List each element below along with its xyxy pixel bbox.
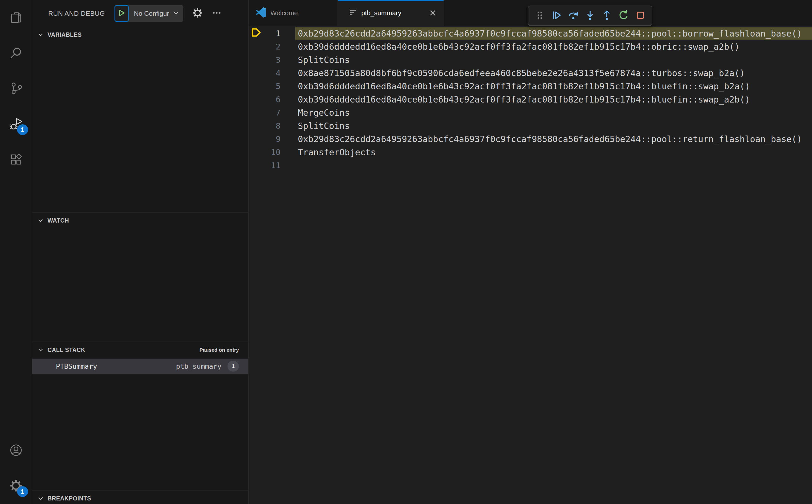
- code-editor[interactable]: 1 0xb29d83c26cdd2a64959263abbcfc4a6937f0…: [248, 26, 812, 504]
- gutter-breakpoint-area[interactable]: [248, 40, 265, 53]
- debug-configuration-dropdown[interactable]: No Configur: [128, 5, 183, 22]
- code-text: SplitCoins: [295, 119, 812, 132]
- watch-section-header[interactable]: WATCH: [32, 213, 248, 228]
- step-into-button[interactable]: [582, 6, 599, 25]
- line-number: 1: [265, 29, 280, 38]
- step-over-button[interactable]: [565, 6, 582, 25]
- breakpoints-section-header[interactable]: BREAKPOINTS: [32, 491, 248, 504]
- activity-item-source-control[interactable]: [0, 71, 32, 107]
- code-text: 0xb39d6dddedd16ed8a40ce0b1e6b43c92acf0ff…: [295, 80, 812, 93]
- gutter-breakpoint-area[interactable]: [248, 119, 265, 132]
- play-icon: [118, 9, 125, 18]
- gutter-breakpoint-area[interactable]: [248, 132, 265, 146]
- breakpoints-section-label: BREAKPOINTS: [47, 495, 91, 502]
- code-line: 2 0xb39d6dddedd16ed8a40ce0b1e6b43c92acf0…: [248, 40, 812, 53]
- close-tab-icon[interactable]: [429, 9, 437, 17]
- code-text: 0x8ae871505a80d8bf6bf9c05906cda6edfeea46…: [295, 66, 812, 80]
- code-text: 0xb39d6dddedd16ed8a40ce0b1e6b43c92acf0ff…: [295, 40, 812, 53]
- line-number: 9: [265, 134, 280, 144]
- sidebar-title: RUN AND DEBUG: [48, 10, 105, 18]
- paused-status-text: Paused on entry: [199, 347, 239, 353]
- step-out-button[interactable]: [599, 6, 615, 25]
- line-number: 10: [265, 147, 280, 157]
- code-line: 4 0x8ae871505a80d8bf6bf9c05906cda6edfeea…: [248, 66, 812, 80]
- debug-badge: 1: [17, 124, 28, 135]
- continue-button[interactable]: [548, 6, 565, 25]
- activity-item-settings[interactable]: 1: [0, 468, 32, 504]
- activity-item-explorer[interactable]: [0, 0, 32, 36]
- restart-icon: [618, 10, 629, 22]
- sidebar-header: RUN AND DEBUG No Configur: [32, 0, 248, 27]
- line-number: 8: [265, 121, 280, 131]
- frame-name: PTBSummary: [56, 362, 97, 370]
- call-stack-section-header[interactable]: CALL STACK Paused on entry: [32, 342, 248, 358]
- code-content: 1 0xb29d83c26cdd2a64959263abbcfc4a6937f0…: [248, 26, 812, 172]
- gutter-breakpoint-area[interactable]: [248, 106, 265, 119]
- call-stack-section: CALL STACK Paused on entry PTBSummary pt…: [32, 342, 248, 490]
- line-number: 3: [265, 55, 280, 65]
- step-into-icon: [585, 10, 596, 22]
- gutter-breakpoint-area[interactable]: [248, 53, 265, 66]
- variables-section-header[interactable]: VARIABLES: [32, 27, 248, 43]
- debug-configuration-value: No Configur: [134, 10, 169, 18]
- gutter-breakpoint-area[interactable]: [248, 66, 265, 80]
- frame-line-badge: 1: [227, 361, 239, 372]
- restart-button[interactable]: [615, 6, 632, 25]
- extensions-icon: [10, 153, 22, 167]
- debug-toolbar-drag-handle[interactable]: [532, 6, 548, 25]
- gutter-breakpoint-area[interactable]: [248, 80, 265, 93]
- chevron-down-icon: [173, 10, 179, 17]
- code-text: SplitCoins: [295, 53, 812, 66]
- vscode-logo-icon: [256, 7, 266, 19]
- line-number: 6: [265, 95, 280, 104]
- code-line: 3 SplitCoins: [248, 53, 812, 66]
- chevron-down-icon: [37, 31, 44, 38]
- stop-icon: [635, 10, 646, 22]
- line-number: 5: [265, 81, 280, 91]
- code-text: MergeCoins: [295, 106, 812, 119]
- code-line: 9 0xb29d83c26cdd2a64959263abbcfc4a6937f0…: [248, 132, 812, 146]
- code-text: [295, 159, 812, 172]
- gutter-breakpoint-area[interactable]: [248, 146, 265, 159]
- gear-icon: [192, 8, 203, 19]
- source-control-icon: [10, 82, 22, 96]
- views-more-actions-button[interactable]: [212, 8, 222, 19]
- gutter-current-stackframe[interactable]: [248, 27, 265, 40]
- step-over-icon: [568, 10, 579, 22]
- frame-source-file: ptb_summary: [176, 362, 221, 370]
- activity-bar-spacer: [0, 178, 32, 433]
- code-line: 5 0xb39d6dddedd16ed8a40ce0b1e6b43c92acf0…: [248, 80, 812, 93]
- stop-button[interactable]: [632, 6, 649, 25]
- activity-item-run-and-debug[interactable]: 1: [0, 107, 32, 142]
- continue-icon: [551, 10, 562, 22]
- debug-settings-gear-button[interactable]: [192, 8, 203, 19]
- settings-badge: 1: [17, 486, 28, 497]
- launch-controls: No Configur: [114, 5, 183, 22]
- code-line: 6 0xb39d6dddedd16ed8a40ce0b1e6b43c92acf0…: [248, 93, 812, 106]
- call-stack-frame-row[interactable]: PTBSummary ptb_summary 1: [32, 359, 248, 374]
- list-file-icon: [348, 8, 357, 18]
- debug-toolbar: [528, 6, 652, 26]
- activity-item-extensions[interactable]: [0, 142, 32, 178]
- chevron-down-icon: [37, 495, 44, 502]
- code-line: 10 TransferObjects: [248, 146, 812, 159]
- activity-item-accounts[interactable]: [0, 433, 32, 468]
- gutter-breakpoint-area[interactable]: [248, 93, 265, 106]
- code-line: 7 MergeCoins: [248, 106, 812, 119]
- activity-item-search[interactable]: [0, 36, 32, 71]
- code-line-current: 1 0xb29d83c26cdd2a64959263abbcfc4a6937f0…: [248, 27, 812, 40]
- tab-welcome[interactable]: Welcome: [248, 0, 338, 26]
- chevron-down-icon: [37, 347, 44, 353]
- chevron-down-icon: [37, 217, 44, 224]
- search-icon: [10, 46, 22, 60]
- start-debugging-button[interactable]: [114, 5, 129, 22]
- tab-ptb-summary[interactable]: ptb_summary: [338, 0, 444, 26]
- gutter-breakpoint-area[interactable]: [248, 159, 265, 172]
- account-icon: [10, 444, 22, 458]
- code-line: 11: [248, 159, 812, 172]
- code-line: 8 SplitCoins: [248, 119, 812, 132]
- step-out-icon: [601, 10, 613, 22]
- variables-section: VARIABLES: [32, 27, 248, 212]
- breakpoints-section: BREAKPOINTS: [32, 490, 248, 504]
- explorer-files-icon: [10, 11, 22, 25]
